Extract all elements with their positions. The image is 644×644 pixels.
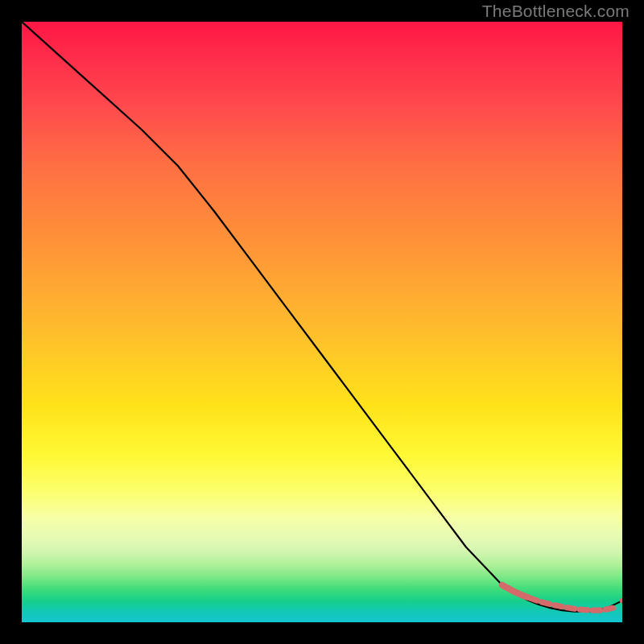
dashed-trail-head [502,585,527,597]
chart-frame: TheBottleneck.com [0,0,644,644]
watermark-text: TheBottleneck.com [482,2,630,21]
chart-overlay [22,22,622,622]
dash-segment [567,608,574,609]
dash-segment [605,608,613,609]
plot-area [22,22,622,622]
dash-segment [555,605,562,607]
dash-segment [542,602,549,604]
dash-segment [580,609,587,610]
dash-segment [530,598,537,601]
dashed-trail [502,585,613,610]
main-curve [22,22,622,612]
